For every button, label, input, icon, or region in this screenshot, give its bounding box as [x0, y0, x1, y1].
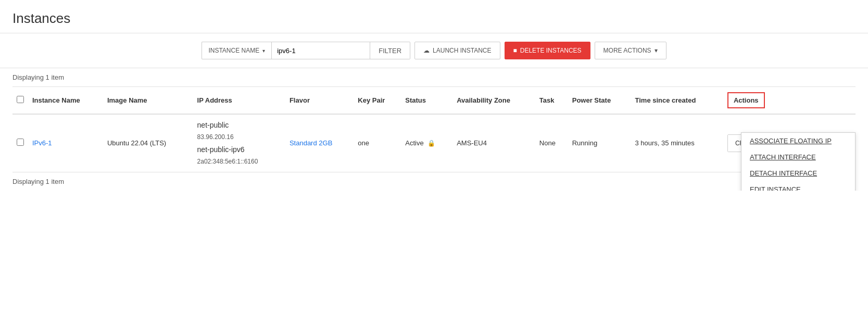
row-actions-cell: CREATE SNAPSHOT ▾ ASSOCIATE FLOATING IP … — [723, 114, 856, 172]
launch-button-label: LAUNCH INSTANCE — [433, 47, 491, 54]
row-flavor-cell: Standard 2GB — [285, 114, 354, 172]
page-title: Instances — [12, 10, 856, 27]
actions-dropdown-menu: ASSOCIATE FLOATING IP ATTACH INTERFACE D… — [741, 132, 856, 191]
table-header-row: Instance Name Image Name IP Address Flav… — [12, 87, 856, 115]
col-key-pair: Key Pair — [354, 87, 401, 115]
col-actions: Actions — [723, 87, 856, 115]
delete-button-label: DELETE INSTANCES — [520, 47, 582, 54]
flavor-link[interactable]: Standard 2GB — [290, 139, 332, 147]
display-info-bottom: Displaying 1 item — [0, 172, 868, 191]
menu-item-edit-instance[interactable]: EDIT INSTANCE — [741, 181, 855, 191]
key-pair-value: one — [358, 139, 369, 147]
actions-header-label: Actions — [727, 92, 765, 108]
select-all-checkbox[interactable] — [17, 96, 24, 103]
ip-address2: 2a02:348:5e6:1::6160 — [197, 156, 281, 168]
row-power-state-cell: Running — [568, 114, 631, 172]
page-header: Instances — [0, 0, 868, 33]
col-availability-zone: Availability Zone — [452, 87, 535, 115]
col-power-state: Power State — [568, 87, 631, 115]
content-area: Displaying 1 item Instance Name Image Na… — [0, 68, 868, 172]
filter-button[interactable]: FILTER — [370, 42, 410, 59]
launch-instance-button[interactable]: ☁ LAUNCH INSTANCE — [414, 42, 500, 59]
instances-table: Instance Name Image Name IP Address Flav… — [12, 86, 856, 172]
trash-icon: ■ — [513, 47, 517, 54]
more-actions-caret-icon: ▾ — [655, 47, 658, 54]
checkbox-header — [12, 87, 28, 115]
cloud-icon: ☁ — [423, 47, 430, 54]
filter-input[interactable] — [271, 42, 370, 59]
instance-name-link[interactable]: IPv6-1 — [32, 139, 52, 147]
row-status-cell: Active 🔒 — [401, 114, 452, 172]
col-status: Status — [401, 87, 452, 115]
col-task: Task — [535, 87, 568, 115]
row-ip-address-cell: net-public 83.96.200.16 net-public-ipv6 … — [193, 114, 285, 172]
filter-dropdown-label: INSTANCE NAME — [208, 47, 259, 54]
ip-net-name2: net-public-ipv6 — [197, 143, 281, 156]
col-ip-address: IP Address — [193, 87, 285, 115]
row-time-cell: 3 hours, 35 minutes — [631, 114, 723, 172]
row-checkbox-cell — [12, 114, 28, 172]
menu-item-associate-floating-ip[interactable]: ASSOCIATE FLOATING IP — [741, 133, 855, 149]
display-info-top: Displaying 1 item — [12, 68, 856, 86]
row-instance-name-cell: IPv6-1 — [28, 114, 103, 172]
filter-dropdown-caret-icon: ▾ — [262, 48, 265, 54]
row-key-pair-cell: one — [354, 114, 401, 172]
col-flavor: Flavor — [285, 87, 354, 115]
ip-net-name: net-public — [197, 119, 281, 132]
filter-group: INSTANCE NAME ▾ FILTER — [202, 42, 410, 59]
row-az-cell: AMS-EU4 — [452, 114, 535, 172]
col-instance-name: Instance Name — [28, 87, 103, 115]
menu-item-detach-interface[interactable]: DETACH INTERFACE — [741, 165, 855, 181]
row-checkbox[interactable] — [17, 139, 24, 146]
row-task-cell: None — [535, 114, 568, 172]
filter-dropdown-button[interactable]: INSTANCE NAME ▾ — [202, 42, 271, 59]
col-image-name: Image Name — [103, 87, 193, 115]
status-value: Active — [405, 139, 423, 147]
col-time-since-created: Time since created — [631, 87, 723, 115]
more-actions-button[interactable]: MORE ACTIONS ▾ — [595, 42, 666, 59]
lock-icon: 🔒 — [427, 140, 435, 147]
toolbar: INSTANCE NAME ▾ FILTER ☁ LAUNCH INSTANCE… — [0, 33, 868, 68]
delete-instances-button[interactable]: ■ DELETE INSTANCES — [505, 42, 590, 59]
table-row: IPv6-1 Ubuntu 22.04 (LTS) net-public 83.… — [12, 114, 856, 172]
menu-item-attach-interface[interactable]: ATTACH INTERFACE — [741, 149, 855, 165]
more-actions-label: MORE ACTIONS — [603, 47, 651, 54]
ip-address: 83.96.200.16 — [197, 132, 281, 143]
row-image-name-cell: Ubuntu 22.04 (LTS) — [103, 114, 193, 172]
